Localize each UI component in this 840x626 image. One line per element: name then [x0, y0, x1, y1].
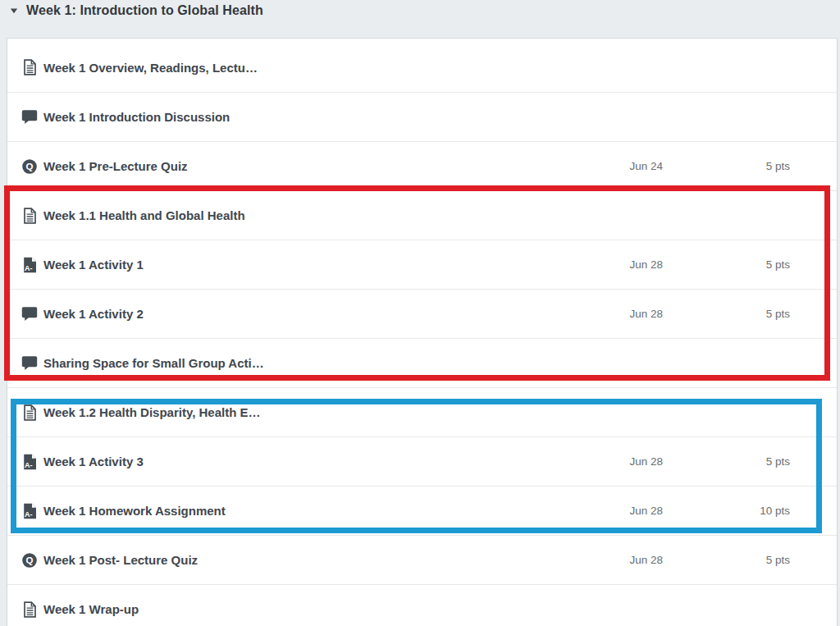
document-icon [21, 601, 39, 619]
discussion-icon [21, 305, 39, 323]
discussion-icon [21, 354, 39, 372]
due-date: Jun 28 [573, 455, 663, 468]
module-item-row: Week 1 Activity 2 Jun 28 5 pts [7, 289, 837, 338]
module-item-row: Week 1 Overview, Readings, Lectu… [7, 43, 837, 92]
module-item-link[interactable]: Sharing Space for Small Group Acti… [43, 356, 264, 370]
module-title[interactable]: Week 1: Introduction to Global Health [26, 1, 263, 21]
module-item-link[interactable]: Week 1 Homework Assignment [43, 504, 226, 518]
module-item-row: Week 1.2 Health Disparity, Health E… [7, 387, 837, 436]
module-item-link[interactable]: Week 1.2 Health Disparity, Health E… [43, 405, 261, 419]
module-item-row: A- Week 1 Activity 1 Jun 28 5 pts [7, 240, 837, 289]
module-item-row: Sharing Space for Small Group Acti… [7, 338, 837, 387]
document-icon [21, 58, 39, 76]
due-date: Jun 28 [573, 505, 663, 517]
module-item-row: Q Week 1 Pre-Lecture Quiz Jun 24 5 pts [7, 141, 837, 190]
assignment-icon: A- [21, 453, 39, 471]
collapse-module-icon[interactable] [8, 5, 20, 16]
svg-text:A-: A- [25, 264, 33, 272]
module-item-list: Week 1 Overview, Readings, Lectu… Week 1… [7, 38, 838, 626]
module-item-row: Week 1 Wrap-up [7, 584, 837, 626]
svg-text:A-: A- [25, 461, 33, 469]
module-header: Week 1: Introduction to Global Health [0, 0, 840, 23]
quiz-icon: Q [21, 551, 39, 569]
due-date: Jun 24 [573, 160, 663, 172]
module-item-link[interactable]: Week 1 Wrap-up [43, 602, 139, 616]
due-date: Jun 28 [573, 308, 663, 320]
points-value: 10 pts [737, 505, 790, 517]
document-icon [21, 207, 39, 225]
module-item-link[interactable]: Week 1 Activity 3 [43, 455, 144, 468]
module-item-link[interactable]: Week 1 Overview, Readings, Lectu… [43, 61, 258, 75]
module-item-row: A- Week 1 Homework Assignment Jun 28 10 … [7, 486, 837, 535]
assignment-icon: A- [21, 502, 39, 520]
module-item-row: A- Week 1 Activity 3 Jun 28 5 pts [7, 436, 837, 486]
module-item-link[interactable]: Week 1 Activity 1 [43, 258, 144, 272]
points-value: 5 pts [737, 160, 790, 172]
points-value: 5 pts [737, 554, 790, 566]
module-item-link[interactable]: Week 1 Pre-Lecture Quiz [43, 159, 188, 173]
module-item-link[interactable]: Week 1 Activity 2 [43, 307, 144, 321]
quiz-icon: Q [21, 158, 39, 176]
points-value: 5 pts [737, 455, 790, 468]
svg-text:Q: Q [26, 162, 34, 171]
module-item-link[interactable]: Week 1.1 Health and Global Health [43, 208, 245, 222]
points-value: 5 pts [737, 258, 790, 271]
module-item-row: Week 1 Introduction Discussion [7, 92, 837, 141]
assignment-icon: A- [21, 256, 39, 274]
svg-text:A-: A- [25, 510, 33, 519]
svg-text:Q: Q [26, 555, 34, 565]
module-item-row: Week 1.1 Health and Global Health [7, 190, 837, 240]
discussion-icon [21, 108, 39, 126]
document-icon [21, 404, 39, 422]
due-date: Jun 28 [573, 258, 663, 271]
due-date: Jun 28 [573, 554, 663, 566]
module-item-row: Q Week 1 Post- Lecture Quiz Jun 28 5 pts [7, 535, 837, 584]
points-value: 5 pts [737, 308, 790, 320]
canvas-module-page: Week 1: Introduction to Global Health We… [0, 0, 840, 626]
module-item-link[interactable]: Week 1 Post- Lecture Quiz [43, 553, 198, 567]
module-item-link[interactable]: Week 1 Introduction Discussion [43, 110, 230, 124]
